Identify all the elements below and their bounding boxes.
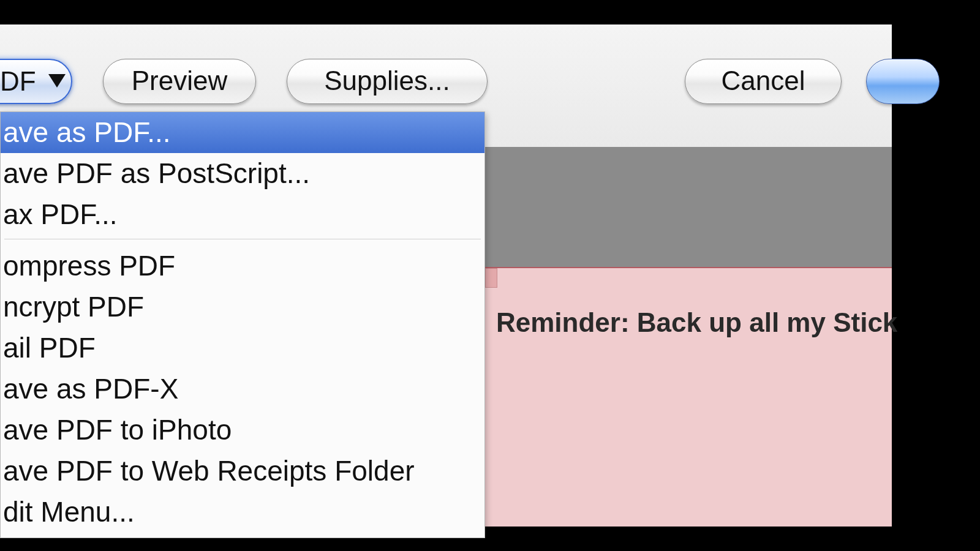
print-primary-button[interactable] xyxy=(866,59,940,104)
background-window: Reminder: Back up all my Stick xyxy=(485,146,892,527)
menu-item-save-pdf-to-web-receipts[interactable]: ave PDF to Web Receipts Folder xyxy=(1,451,484,492)
menu-item-mail-pdf[interactable]: ail PDF xyxy=(1,328,484,369)
menu-item-save-pdf-as-postscript[interactable]: ave PDF as PostScript... xyxy=(1,153,484,194)
pdf-popup-button[interactable]: DF xyxy=(0,59,72,104)
chevron-down-icon xyxy=(48,74,66,88)
menu-separator xyxy=(4,239,481,239)
cancel-button[interactable]: Cancel xyxy=(685,59,842,104)
pdf-popup-label: DF xyxy=(0,66,36,96)
sticky-tab xyxy=(485,268,497,288)
menu-item-encrypt-pdf[interactable]: ncrypt PDF xyxy=(1,287,484,328)
background-window-header xyxy=(485,146,892,268)
menu-item-fax-pdf[interactable]: ax PDF... xyxy=(1,194,484,235)
pdf-dropdown-menu: ave as PDF... ave PDF as PostScript... a… xyxy=(0,111,485,538)
preview-button[interactable]: Preview xyxy=(103,59,256,104)
visible-area: Reminder: Back up all my Stick DF Previe… xyxy=(0,24,892,527)
menu-item-save-as-pdfx[interactable]: ave as PDF-X xyxy=(1,369,484,410)
menu-item-save-as-pdf[interactable]: ave as PDF... xyxy=(1,112,484,153)
screenshot-stage: Reminder: Back up all my Stick DF Previe… xyxy=(0,0,980,551)
supplies-button[interactable]: Supplies... xyxy=(287,59,488,104)
sticky-note-text: Reminder: Back up all my Stick xyxy=(496,307,897,338)
menu-item-save-pdf-to-iphoto[interactable]: ave PDF to iPhoto xyxy=(1,410,484,451)
menu-item-compress-pdf[interactable]: ompress PDF xyxy=(1,246,484,287)
menu-item-edit-menu[interactable]: dit Menu... xyxy=(1,492,484,533)
